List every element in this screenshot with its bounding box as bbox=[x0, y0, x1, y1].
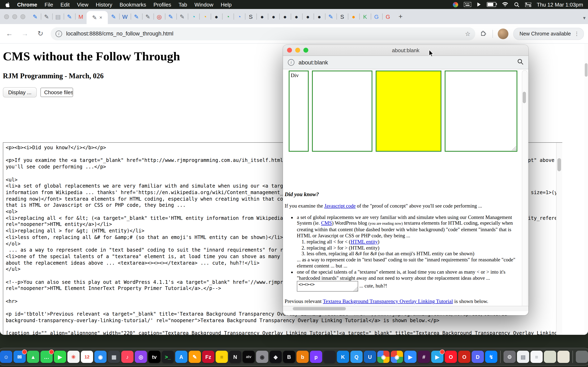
tab-8[interactable]: W bbox=[119, 9, 131, 24]
address-bar[interactable]: i localhost:8888/cms_no_follow_through.h… bbox=[51, 27, 475, 40]
dock-b-app[interactable]: B bbox=[283, 351, 295, 363]
tab-12[interactable]: ✎ bbox=[165, 9, 176, 24]
tab-2[interactable]: ✎ bbox=[41, 9, 52, 24]
dock-safari[interactable]: ◉ bbox=[94, 351, 107, 363]
dock-photos[interactable]: ✳ bbox=[67, 351, 80, 363]
dock-documents-folder[interactable]: ≡ bbox=[530, 351, 543, 363]
minimize-window-button[interactable] bbox=[12, 14, 17, 19]
tab-16[interactable]: ● bbox=[211, 9, 222, 24]
chrome-update-button[interactable]: New Chrome available ⋮ bbox=[513, 27, 584, 40]
tab-23[interactable]: ● bbox=[291, 9, 302, 24]
tab-active[interactable]: ✎× bbox=[86, 11, 108, 24]
tab-27[interactable]: S bbox=[337, 9, 348, 24]
dock-messages[interactable]: … bbox=[40, 351, 53, 363]
apple-menu-icon[interactable] bbox=[5, 1, 11, 8]
dock-quicktime[interactable]: Q bbox=[350, 351, 363, 363]
dock-pocket[interactable]: p bbox=[310, 351, 322, 363]
dock-notes[interactable]: ≡ bbox=[216, 351, 228, 363]
dock-appstore[interactable]: A bbox=[175, 351, 187, 363]
dock-music[interactable]: ♪ bbox=[121, 351, 134, 363]
dock-trash[interactable] bbox=[576, 351, 588, 363]
site-info-icon[interactable]: i bbox=[56, 30, 62, 37]
dock-fz-app[interactable]: Fz bbox=[202, 351, 214, 363]
dock-mail[interactable]: ✉ bbox=[13, 351, 26, 363]
choose-files-button[interactable]: Choose files bbox=[40, 88, 73, 97]
tab-26[interactable]: ✎ bbox=[325, 9, 337, 24]
dock-opera[interactable]: O bbox=[445, 351, 457, 363]
dock-discord[interactable]: D bbox=[472, 351, 484, 363]
tab-30[interactable]: G bbox=[371, 9, 382, 24]
keyboard-status-icon[interactable] bbox=[464, 1, 471, 8]
dock-telegram[interactable]: ▶ bbox=[431, 351, 443, 363]
dock-flash-app[interactable]: ↯ bbox=[485, 351, 497, 363]
popup-site-info-icon[interactable]: i bbox=[288, 59, 294, 66]
zoom-icon[interactable] bbox=[517, 58, 523, 66]
tab-search-chevron-icon[interactable]: ▾ bbox=[583, 15, 586, 21]
dock-files-folder[interactable]: ▤ bbox=[517, 351, 529, 363]
kebab-menu-icon[interactable]: ⋮ bbox=[574, 31, 579, 37]
tab-17[interactable]: ◔ bbox=[222, 9, 233, 24]
tab-5[interactable]: M bbox=[75, 9, 86, 24]
tab-31[interactable]: G bbox=[382, 9, 394, 24]
play-status-icon[interactable] bbox=[477, 1, 481, 8]
dock-keynote[interactable]: K bbox=[337, 351, 349, 363]
forward-button[interactable]: → bbox=[20, 30, 30, 38]
menu-file[interactable]: File bbox=[44, 1, 53, 8]
dock-tv[interactable]: tv bbox=[148, 351, 160, 363]
dock-camera[interactable]: ◉ bbox=[256, 351, 268, 363]
dock-launchpad[interactable]: ▦ bbox=[108, 351, 120, 363]
new-tab-button[interactable]: + bbox=[395, 11, 406, 22]
dock-maps[interactable]: ▲ bbox=[27, 351, 39, 363]
menubar-clock[interactable]: Thu 12 Mar 1:03pm bbox=[537, 1, 583, 8]
dock-chrome-beta[interactable]: ◉ bbox=[391, 351, 403, 363]
dock-u-app[interactable]: U bbox=[364, 351, 376, 363]
dock-system-settings[interactable]: ⚙ bbox=[503, 351, 516, 363]
bookmark-star-icon[interactable]: ☆ bbox=[465, 30, 471, 37]
tab-3[interactable]: ▤ bbox=[52, 9, 64, 24]
menu-window[interactable]: Window bbox=[195, 1, 214, 8]
popup-url-text[interactable]: about:blank bbox=[298, 59, 513, 66]
menu-history[interactable]: History bbox=[96, 1, 112, 8]
extensions-puzzle-icon[interactable] bbox=[480, 29, 488, 38]
html-entity-link[interactable]: HTML entity bbox=[351, 239, 378, 245]
popup-horizontal-scrollbar-thumb[interactable] bbox=[293, 307, 346, 310]
menu-profiles[interactable]: Profiles bbox=[154, 1, 171, 8]
mini-resize-grip-icon[interactable] bbox=[353, 286, 358, 291]
wifi-status-icon[interactable] bbox=[502, 1, 508, 8]
control-center-icon[interactable] bbox=[525, 1, 531, 8]
dock-pages[interactable]: ✎ bbox=[189, 351, 201, 363]
tab-20[interactable]: ● bbox=[256, 9, 268, 24]
dock-dark-app[interactable] bbox=[323, 351, 336, 363]
tab-29[interactable]: K bbox=[359, 9, 371, 24]
tab-22[interactable]: ● bbox=[279, 9, 291, 24]
resize-grip-icon[interactable] bbox=[511, 146, 516, 150]
dock-chrome[interactable]: ◉ bbox=[377, 351, 389, 363]
tab-15[interactable]: ◔ bbox=[199, 9, 211, 24]
tab-9[interactable]: ✎ bbox=[131, 9, 142, 24]
dock-facetime[interactable]: ▶ bbox=[54, 351, 66, 363]
dock-news[interactable]: N bbox=[229, 351, 241, 363]
dock-blender[interactable]: b bbox=[296, 351, 309, 363]
dock-screenshot-preview-2[interactable] bbox=[557, 351, 570, 363]
maximize-window-button[interactable] bbox=[20, 14, 25, 19]
dock-screenshot-preview[interactable] bbox=[544, 351, 556, 363]
tab-11[interactable]: ◎ bbox=[154, 9, 165, 24]
logitech-status-icon[interactable] bbox=[453, 1, 458, 8]
page-scrollbar-thumb[interactable] bbox=[585, 63, 588, 77]
tab-18[interactable]: ◔ bbox=[233, 9, 245, 24]
dock-atv[interactable]: atv bbox=[242, 351, 255, 363]
demo-mini-textarea[interactable]: <><><> bbox=[297, 281, 358, 292]
tab-28[interactable]: ● bbox=[348, 9, 359, 24]
tab-7[interactable]: ✎ bbox=[108, 9, 119, 24]
cms-link[interactable]: CMS bbox=[321, 220, 332, 226]
display-button[interactable]: Display ... bbox=[3, 87, 37, 98]
tab-4[interactable]: ✎ bbox=[64, 9, 75, 24]
popup-titlebar[interactable]: about:blank bbox=[283, 45, 528, 56]
javascript-code-link[interactable]: Javascript code bbox=[324, 203, 355, 209]
tab-1[interactable]: ✎ bbox=[29, 9, 41, 24]
dock-zoom[interactable]: ▶ bbox=[404, 351, 416, 363]
popup-vertical-scrollbar-thumb[interactable] bbox=[523, 92, 526, 103]
reload-button[interactable]: ↻ bbox=[35, 29, 46, 38]
menu-help[interactable]: Help bbox=[221, 1, 232, 8]
tab-24[interactable]: ● bbox=[302, 9, 314, 24]
